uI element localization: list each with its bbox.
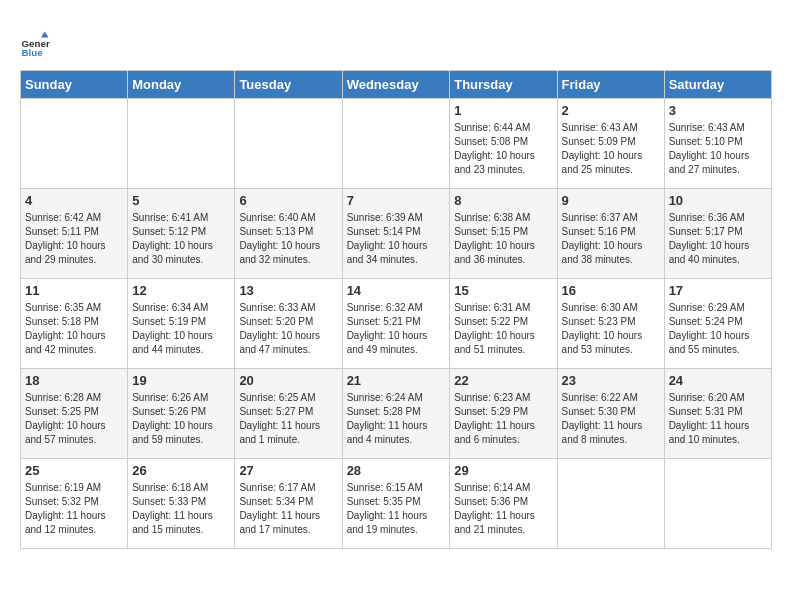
day-number: 12 xyxy=(132,283,230,298)
calendar-table: SundayMondayTuesdayWednesdayThursdayFrid… xyxy=(20,70,772,549)
day-number: 24 xyxy=(669,373,767,388)
day-cell: 29Sunrise: 6:14 AM Sunset: 5:36 PM Dayli… xyxy=(450,459,557,549)
day-cell xyxy=(128,99,235,189)
day-number: 8 xyxy=(454,193,552,208)
day-cell: 17Sunrise: 6:29 AM Sunset: 5:24 PM Dayli… xyxy=(664,279,771,369)
day-number: 27 xyxy=(239,463,337,478)
day-cell: 5Sunrise: 6:41 AM Sunset: 5:12 PM Daylig… xyxy=(128,189,235,279)
day-number: 4 xyxy=(25,193,123,208)
header-cell-thursday: Thursday xyxy=(450,71,557,99)
day-cell: 22Sunrise: 6:23 AM Sunset: 5:29 PM Dayli… xyxy=(450,369,557,459)
day-info: Sunrise: 6:23 AM Sunset: 5:29 PM Dayligh… xyxy=(454,391,552,447)
day-info: Sunrise: 6:35 AM Sunset: 5:18 PM Dayligh… xyxy=(25,301,123,357)
day-info: Sunrise: 6:18 AM Sunset: 5:33 PM Dayligh… xyxy=(132,481,230,537)
day-number: 22 xyxy=(454,373,552,388)
day-number: 26 xyxy=(132,463,230,478)
day-cell: 28Sunrise: 6:15 AM Sunset: 5:35 PM Dayli… xyxy=(342,459,450,549)
day-info: Sunrise: 6:30 AM Sunset: 5:23 PM Dayligh… xyxy=(562,301,660,357)
day-cell: 2Sunrise: 6:43 AM Sunset: 5:09 PM Daylig… xyxy=(557,99,664,189)
day-cell: 26Sunrise: 6:18 AM Sunset: 5:33 PM Dayli… xyxy=(128,459,235,549)
day-info: Sunrise: 6:43 AM Sunset: 5:09 PM Dayligh… xyxy=(562,121,660,177)
week-row-1: 1Sunrise: 6:44 AM Sunset: 5:08 PM Daylig… xyxy=(21,99,772,189)
day-cell xyxy=(557,459,664,549)
day-info: Sunrise: 6:28 AM Sunset: 5:25 PM Dayligh… xyxy=(25,391,123,447)
day-info: Sunrise: 6:42 AM Sunset: 5:11 PM Dayligh… xyxy=(25,211,123,267)
day-number: 16 xyxy=(562,283,660,298)
header-cell-saturday: Saturday xyxy=(664,71,771,99)
svg-marker-2 xyxy=(41,32,49,38)
day-info: Sunrise: 6:15 AM Sunset: 5:35 PM Dayligh… xyxy=(347,481,446,537)
week-row-2: 4Sunrise: 6:42 AM Sunset: 5:11 PM Daylig… xyxy=(21,189,772,279)
day-number: 10 xyxy=(669,193,767,208)
day-cell: 15Sunrise: 6:31 AM Sunset: 5:22 PM Dayli… xyxy=(450,279,557,369)
day-info: Sunrise: 6:31 AM Sunset: 5:22 PM Dayligh… xyxy=(454,301,552,357)
week-row-3: 11Sunrise: 6:35 AM Sunset: 5:18 PM Dayli… xyxy=(21,279,772,369)
day-cell: 20Sunrise: 6:25 AM Sunset: 5:27 PM Dayli… xyxy=(235,369,342,459)
day-cell: 27Sunrise: 6:17 AM Sunset: 5:34 PM Dayli… xyxy=(235,459,342,549)
header-cell-tuesday: Tuesday xyxy=(235,71,342,99)
day-cell: 8Sunrise: 6:38 AM Sunset: 5:15 PM Daylig… xyxy=(450,189,557,279)
day-cell: 23Sunrise: 6:22 AM Sunset: 5:30 PM Dayli… xyxy=(557,369,664,459)
day-info: Sunrise: 6:17 AM Sunset: 5:34 PM Dayligh… xyxy=(239,481,337,537)
day-cell: 4Sunrise: 6:42 AM Sunset: 5:11 PM Daylig… xyxy=(21,189,128,279)
day-info: Sunrise: 6:41 AM Sunset: 5:12 PM Dayligh… xyxy=(132,211,230,267)
day-number: 1 xyxy=(454,103,552,118)
day-cell: 6Sunrise: 6:40 AM Sunset: 5:13 PM Daylig… xyxy=(235,189,342,279)
day-number: 9 xyxy=(562,193,660,208)
day-number: 14 xyxy=(347,283,446,298)
day-number: 3 xyxy=(669,103,767,118)
day-cell: 12Sunrise: 6:34 AM Sunset: 5:19 PM Dayli… xyxy=(128,279,235,369)
day-info: Sunrise: 6:39 AM Sunset: 5:14 PM Dayligh… xyxy=(347,211,446,267)
day-number: 25 xyxy=(25,463,123,478)
day-number: 2 xyxy=(562,103,660,118)
day-info: Sunrise: 6:26 AM Sunset: 5:26 PM Dayligh… xyxy=(132,391,230,447)
day-info: Sunrise: 6:36 AM Sunset: 5:17 PM Dayligh… xyxy=(669,211,767,267)
header-cell-wednesday: Wednesday xyxy=(342,71,450,99)
day-number: 29 xyxy=(454,463,552,478)
day-cell: 10Sunrise: 6:36 AM Sunset: 5:17 PM Dayli… xyxy=(664,189,771,279)
day-number: 19 xyxy=(132,373,230,388)
header-cell-monday: Monday xyxy=(128,71,235,99)
week-row-5: 25Sunrise: 6:19 AM Sunset: 5:32 PM Dayli… xyxy=(21,459,772,549)
day-info: Sunrise: 6:22 AM Sunset: 5:30 PM Dayligh… xyxy=(562,391,660,447)
day-info: Sunrise: 6:24 AM Sunset: 5:28 PM Dayligh… xyxy=(347,391,446,447)
day-cell: 1Sunrise: 6:44 AM Sunset: 5:08 PM Daylig… xyxy=(450,99,557,189)
logo-icon: General Blue xyxy=(20,30,50,60)
day-cell: 7Sunrise: 6:39 AM Sunset: 5:14 PM Daylig… xyxy=(342,189,450,279)
day-cell: 14Sunrise: 6:32 AM Sunset: 5:21 PM Dayli… xyxy=(342,279,450,369)
day-info: Sunrise: 6:20 AM Sunset: 5:31 PM Dayligh… xyxy=(669,391,767,447)
day-number: 13 xyxy=(239,283,337,298)
day-number: 20 xyxy=(239,373,337,388)
day-number: 18 xyxy=(25,373,123,388)
header-row: SundayMondayTuesdayWednesdayThursdayFrid… xyxy=(21,71,772,99)
day-cell: 11Sunrise: 6:35 AM Sunset: 5:18 PM Dayli… xyxy=(21,279,128,369)
day-number: 7 xyxy=(347,193,446,208)
day-cell: 9Sunrise: 6:37 AM Sunset: 5:16 PM Daylig… xyxy=(557,189,664,279)
day-cell xyxy=(21,99,128,189)
svg-text:Blue: Blue xyxy=(22,47,44,58)
day-number: 21 xyxy=(347,373,446,388)
day-number: 17 xyxy=(669,283,767,298)
day-number: 23 xyxy=(562,373,660,388)
logo: General Blue xyxy=(20,30,54,60)
day-cell xyxy=(664,459,771,549)
day-cell xyxy=(342,99,450,189)
day-number: 11 xyxy=(25,283,123,298)
day-info: Sunrise: 6:29 AM Sunset: 5:24 PM Dayligh… xyxy=(669,301,767,357)
day-info: Sunrise: 6:43 AM Sunset: 5:10 PM Dayligh… xyxy=(669,121,767,177)
header-cell-sunday: Sunday xyxy=(21,71,128,99)
day-number: 15 xyxy=(454,283,552,298)
day-info: Sunrise: 6:38 AM Sunset: 5:15 PM Dayligh… xyxy=(454,211,552,267)
day-info: Sunrise: 6:40 AM Sunset: 5:13 PM Dayligh… xyxy=(239,211,337,267)
day-info: Sunrise: 6:14 AM Sunset: 5:36 PM Dayligh… xyxy=(454,481,552,537)
day-cell xyxy=(235,99,342,189)
day-info: Sunrise: 6:33 AM Sunset: 5:20 PM Dayligh… xyxy=(239,301,337,357)
page-header: General Blue xyxy=(20,20,772,60)
week-row-4: 18Sunrise: 6:28 AM Sunset: 5:25 PM Dayli… xyxy=(21,369,772,459)
day-cell: 18Sunrise: 6:28 AM Sunset: 5:25 PM Dayli… xyxy=(21,369,128,459)
day-info: Sunrise: 6:37 AM Sunset: 5:16 PM Dayligh… xyxy=(562,211,660,267)
day-info: Sunrise: 6:32 AM Sunset: 5:21 PM Dayligh… xyxy=(347,301,446,357)
day-info: Sunrise: 6:25 AM Sunset: 5:27 PM Dayligh… xyxy=(239,391,337,447)
day-cell: 19Sunrise: 6:26 AM Sunset: 5:26 PM Dayli… xyxy=(128,369,235,459)
day-info: Sunrise: 6:34 AM Sunset: 5:19 PM Dayligh… xyxy=(132,301,230,357)
